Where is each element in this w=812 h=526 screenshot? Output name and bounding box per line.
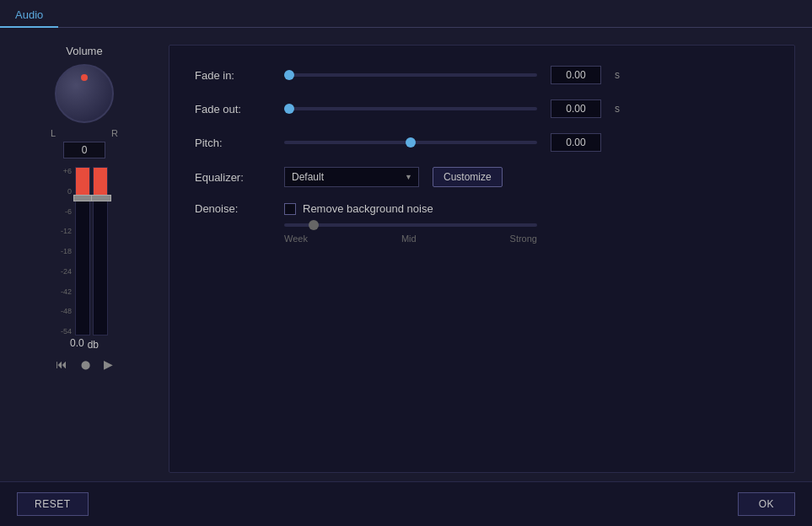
knob-body xyxy=(55,64,114,123)
fade-in-slider-track xyxy=(284,73,537,77)
l-label: L xyxy=(51,128,56,138)
pitch-label: Pitch: xyxy=(195,137,271,149)
equalizer-label: Equalizer: xyxy=(195,171,271,184)
denoise-slider-row: Week Mid Strong xyxy=(195,223,769,244)
fade-out-row: Fade out: s xyxy=(195,99,769,118)
db-unit: db xyxy=(88,339,99,351)
denoise-strong-label: Strong xyxy=(510,233,537,244)
lr-labels: L R xyxy=(51,128,118,138)
fade-out-unit: s xyxy=(615,103,625,115)
customize-button[interactable]: Customize xyxy=(433,167,503,187)
pitch-value[interactable] xyxy=(551,133,601,152)
ok-button[interactable]: OK xyxy=(738,492,795,516)
denoise-slider[interactable] xyxy=(284,223,537,227)
volume-knob[interactable] xyxy=(55,64,114,123)
fade-in-value[interactable] xyxy=(551,66,601,84)
bottom-bar: RESET OK xyxy=(0,481,812,526)
tab-audio[interactable]: Audio xyxy=(0,3,58,28)
vu-bars xyxy=(75,167,108,335)
reset-button[interactable]: RESET xyxy=(17,492,89,516)
denoise-weak-label: Week xyxy=(284,233,308,244)
pitch-row: Pitch: xyxy=(195,133,769,152)
volume-label: Volume xyxy=(66,45,102,57)
denoise-checkbox-text: Remove background noise xyxy=(303,202,433,215)
fade-out-slider-track xyxy=(284,107,537,110)
denoise-slider-track xyxy=(284,223,537,227)
equalizer-select-wrapper: Default Bass Boost Treble Boost Vocal En… xyxy=(284,167,419,187)
denoise-strength-labels: Week Mid Strong xyxy=(284,233,537,244)
equalizer-select[interactable]: Default Bass Boost Treble Boost Vocal En… xyxy=(284,167,419,187)
volume-value[interactable] xyxy=(63,142,105,158)
pitch-slider[interactable] xyxy=(284,141,537,144)
tab-bar: Audio xyxy=(0,0,812,28)
stop-button[interactable]: ⬤ xyxy=(78,358,94,371)
rewind-button[interactable]: ⏮ xyxy=(52,356,71,373)
fade-in-unit: s xyxy=(615,69,625,81)
fade-in-row: Fade in: s xyxy=(195,66,769,84)
knob-indicator xyxy=(81,74,88,81)
fade-out-slider[interactable] xyxy=(284,107,537,110)
denoise-section: Denoise: Remove background noise Week Mi… xyxy=(195,202,769,244)
left-panel: Volume L R +6 0 -6 -12 -18 -24 -42 -48 -… xyxy=(17,45,152,473)
vu-bar-right xyxy=(93,167,108,335)
vu-bar-left xyxy=(75,167,90,335)
vu-handle-right[interactable] xyxy=(91,195,111,201)
denoise-checkbox-label[interactable]: Remove background noise xyxy=(284,202,433,215)
denoise-label: Denoise: xyxy=(195,202,271,215)
denoise-mid-label: Mid xyxy=(401,233,417,244)
fade-out-value[interactable] xyxy=(551,99,601,118)
denoise-row: Denoise: Remove background noise xyxy=(195,202,769,215)
main-content: Volume L R +6 0 -6 -12 -18 -24 -42 -48 -… xyxy=(0,28,812,481)
transport-controls: ⏮ ⬤ ▶ xyxy=(52,356,116,373)
fade-in-label: Fade in: xyxy=(195,69,271,82)
denoise-checkbox[interactable] xyxy=(284,203,296,215)
vu-meter: +6 0 -6 -12 -18 -24 -42 -48 -54 xyxy=(61,167,108,335)
right-panel: Fade in: s Fade out: s Pitch: xyxy=(169,45,795,473)
vu-scale: +6 0 -6 -12 -18 -24 -42 -48 -54 xyxy=(61,167,72,335)
equalizer-row: Equalizer: Default Bass Boost Treble Boo… xyxy=(195,167,769,187)
play-button[interactable]: ▶ xyxy=(100,356,116,373)
r-label: R xyxy=(111,128,118,138)
pitch-slider-track xyxy=(284,141,537,144)
db-row: 0.0 db xyxy=(70,335,99,351)
db-value: 0.0 xyxy=(70,337,84,349)
fade-in-slider[interactable] xyxy=(284,73,537,77)
fade-out-label: Fade out: xyxy=(195,103,271,115)
